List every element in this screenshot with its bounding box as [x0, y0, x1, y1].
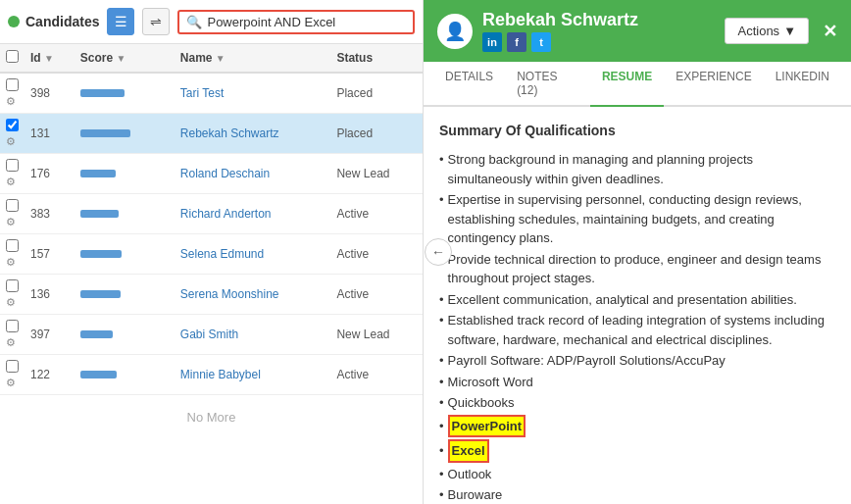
- row-id: 176: [25, 154, 75, 194]
- status-header: Status: [330, 44, 423, 73]
- twitter-icon[interactable]: t: [531, 32, 551, 52]
- tab-resume[interactable]: RESUME: [590, 62, 664, 107]
- search-icon: 🔍: [186, 15, 202, 29]
- right-panel: 👤 Rebekah Schwartz in f t: [424, 0, 851, 504]
- row-id: 131: [25, 114, 75, 154]
- list-icon: ☰: [115, 14, 127, 29]
- facebook-icon[interactable]: f: [507, 32, 526, 52]
- row-checkbox-cell: ⚙: [0, 315, 25, 355]
- row-checkbox[interactable]: [6, 119, 19, 131]
- search-input[interactable]: [207, 15, 406, 29]
- resume-bullet: Provide technical direction to produce, …: [439, 249, 835, 289]
- row-id: 122: [25, 355, 75, 395]
- row-id: 157: [25, 234, 75, 275]
- resume-list: Strong background in managing and planni…: [439, 149, 835, 504]
- collapse-panel-button[interactable]: ←: [425, 238, 452, 266]
- resume-content: Summary Of Qualifications Strong backgro…: [424, 107, 851, 504]
- row-action-icon[interactable]: ⚙: [6, 95, 16, 107]
- candidate-info: Rebekah Schwartz in f t: [482, 10, 638, 52]
- score-sort-icon[interactable]: ▼: [117, 53, 126, 64]
- no-more-label: No More: [0, 395, 423, 439]
- select-all-checkbox[interactable]: [6, 50, 19, 63]
- tab-details[interactable]: DETAILS: [433, 62, 505, 107]
- row-action-icon[interactable]: ⚙: [6, 296, 16, 308]
- candidate-name-link[interactable]: Minnie Babybel: [180, 368, 261, 381]
- actions-button[interactable]: Actions ▼: [725, 18, 809, 44]
- candidates-tbody: ⚙ 398 Tari Test Placed ⚙ 131: [0, 73, 423, 395]
- share-icon: ⇌: [150, 14, 162, 29]
- resume-bullet: Expertise in supervising personnel, cond…: [439, 189, 835, 249]
- row-name: Rebekah Schwartz: [175, 114, 331, 154]
- table-row: ⚙ 176 Roland Deschain New Lead: [0, 154, 423, 194]
- candidate-name-link[interactable]: Rebekah Schwartz: [180, 126, 279, 140]
- row-score: [75, 73, 175, 114]
- row-checkbox[interactable]: [6, 199, 19, 212]
- row-checkbox[interactable]: [6, 320, 19, 332]
- search-box: 🔍: [177, 10, 415, 34]
- table-row: ⚙ 398 Tari Test Placed: [0, 73, 423, 114]
- row-status: Placed: [330, 73, 423, 114]
- row-checkbox[interactable]: [6, 239, 19, 252]
- avatar-icon: 👤: [444, 21, 466, 42]
- row-checkbox[interactable]: [6, 279, 19, 292]
- right-header: 👤 Rebekah Schwartz in f t: [424, 0, 851, 62]
- candidate-name-link[interactable]: Richard Anderton: [180, 207, 272, 221]
- score-bar: [80, 290, 121, 298]
- row-id: 136: [25, 275, 75, 315]
- row-action-icon[interactable]: ⚙: [6, 216, 16, 227]
- name-sort-icon[interactable]: ▼: [216, 53, 225, 64]
- left-header: Candidates ☰ ⇌ 🔍: [0, 0, 423, 44]
- close-button[interactable]: ✕: [823, 21, 837, 42]
- row-action-icon[interactable]: ⚙: [6, 256, 16, 268]
- highlighted-skill: PowerPoint: [448, 415, 526, 438]
- candidate-name-link[interactable]: Tari Test: [180, 86, 224, 100]
- score-bar: [80, 250, 122, 258]
- row-name: Roland Deschain: [175, 154, 331, 194]
- resume-bullet: Outlook: [439, 464, 835, 485]
- row-checkbox[interactable]: [6, 159, 19, 172]
- id-sort-icon[interactable]: ▼: [44, 53, 54, 64]
- right-header-left: 👤 Rebekah Schwartz in f t: [437, 10, 638, 52]
- row-checkbox-cell: ⚙: [0, 114, 25, 154]
- resume-bullet: Microsoft Word: [439, 372, 835, 393]
- row-action-icon[interactable]: ⚙: [6, 176, 16, 187]
- row-name: Tari Test: [175, 73, 331, 114]
- resume-bullet: Established track record of leading inte…: [439, 310, 835, 350]
- candidate-name-link[interactable]: Selena Edmund: [180, 247, 264, 261]
- row-score: [75, 194, 175, 234]
- resume-bullet: PowerPoint: [439, 414, 835, 439]
- actions-label: Actions: [737, 24, 779, 38]
- row-checkbox[interactable]: [6, 78, 19, 91]
- row-status: Active: [330, 234, 423, 275]
- score-bar: [80, 129, 130, 137]
- resume-section-title: Summary Of Qualifications: [439, 121, 835, 141]
- row-action-icon[interactable]: ⚙: [6, 135, 16, 147]
- row-checkbox[interactable]: [6, 360, 19, 373]
- table-row: ⚙ 397 Gabi Smith New Lead: [0, 315, 423, 355]
- tab-linkedin[interactable]: LINKEDIN: [764, 62, 841, 107]
- facebook-label: f: [515, 36, 519, 48]
- grid-view-button[interactable]: ⇌: [142, 8, 170, 35]
- row-name: Serena Moonshine: [175, 275, 331, 315]
- tab-experience[interactable]: EXPERIENCE: [664, 62, 763, 107]
- row-action-icon[interactable]: ⚙: [6, 377, 16, 388]
- linkedin-icon[interactable]: in: [482, 32, 502, 52]
- main-container: Candidates ☰ ⇌ 🔍 Id ▼ Score ▼: [0, 0, 851, 504]
- row-name: Selena Edmund: [175, 234, 331, 275]
- left-panel: Candidates ☰ ⇌ 🔍 Id ▼ Score ▼: [0, 0, 424, 504]
- row-checkbox-cell: ⚙: [0, 154, 25, 194]
- candidate-name-link[interactable]: Serena Moonshine: [180, 287, 279, 301]
- row-action-icon[interactable]: ⚙: [6, 336, 16, 348]
- list-view-button[interactable]: ☰: [107, 8, 134, 35]
- tab-notes[interactable]: NOTES (12): [505, 62, 590, 107]
- twitter-label: t: [539, 36, 543, 48]
- right-header-actions: Actions ▼ ✕: [725, 18, 837, 44]
- score-bar: [80, 170, 116, 177]
- row-name: Gabi Smith: [175, 315, 331, 355]
- candidate-name-link[interactable]: Roland Deschain: [180, 167, 270, 180]
- resume-bullet: Buroware: [439, 484, 835, 504]
- row-score: [75, 234, 175, 275]
- status-dot: [8, 16, 20, 27]
- candidate-name-link[interactable]: Gabi Smith: [180, 328, 238, 341]
- resume-bullet: Payroll Software: ADP/Payroll Solutions/…: [439, 350, 835, 372]
